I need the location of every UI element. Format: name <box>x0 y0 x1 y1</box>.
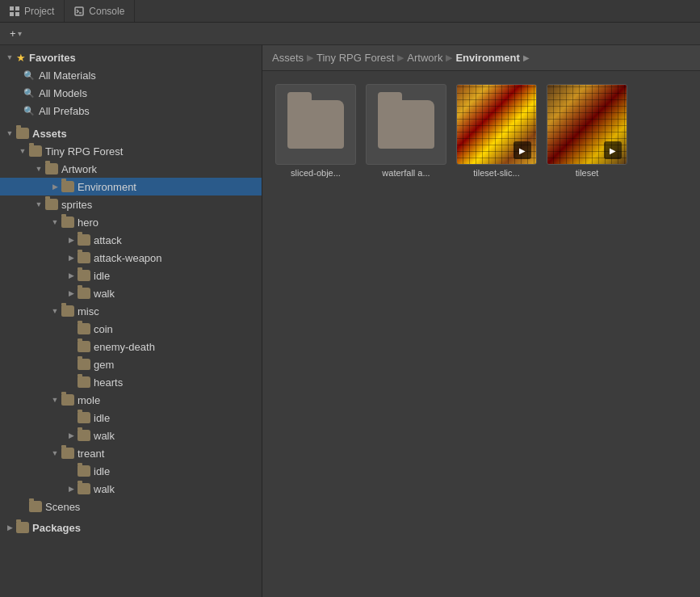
hero-idle-arrow <box>65 269 78 282</box>
scenes-folder-icon <box>29 501 42 512</box>
hero-arrow <box>48 216 61 229</box>
asset-item-sliced-obj[interactable]: sliced-obje... <box>275 84 356 178</box>
coin-label: coin <box>94 323 113 335</box>
breadcrumb-environment[interactable]: Environment <box>455 52 519 64</box>
misc-arrow <box>48 305 61 317</box>
sidebar-item-gem[interactable]: gem <box>0 355 262 373</box>
attack-weapon-folder-icon <box>78 252 90 263</box>
environment-folder-icon <box>61 181 74 192</box>
hero-walk-folder-icon <box>78 288 90 299</box>
tab-console[interactable]: Console <box>65 0 135 22</box>
sidebar-item-coin[interactable]: coin <box>0 320 262 338</box>
add-button[interactable]: + ▾ <box>6 26 25 41</box>
assets-folder-icon <box>16 128 29 139</box>
favorites-label: Favorites <box>29 52 76 64</box>
all-materials-label: All Materials <box>39 69 96 82</box>
attack-label: attack <box>94 234 122 246</box>
sidebar-item-all-materials[interactable]: 🔍 All Materials <box>0 66 262 84</box>
tab-project[interactable]: Project <box>0 0 65 22</box>
mole-walk-label: walk <box>94 430 115 442</box>
sidebar-item-hero-idle[interactable]: idle <box>0 267 262 284</box>
mole-idle-folder-icon <box>78 412 90 423</box>
mole-walk-folder-icon <box>78 430 90 441</box>
asset-thumb-sliced-obj <box>275 84 356 165</box>
sidebar-item-all-prefabs[interactable]: 🔍 All Prefabs <box>0 102 262 120</box>
asset-thumb-waterfall <box>366 84 446 165</box>
sidebar-item-artwork[interactable]: Artwork <box>0 160 262 178</box>
asset-item-waterfall[interactable]: waterfall a... <box>366 84 446 178</box>
favorites-arrow <box>3 51 16 64</box>
sprites-label: sprites <box>61 199 92 211</box>
sidebar-item-attack-weapon[interactable]: attack-weapon <box>0 249 262 267</box>
hero-label: hero <box>78 217 99 229</box>
asset-item-tileset[interactable]: ▶ tileset <box>547 84 627 178</box>
environment-arrow <box>48 180 61 193</box>
sidebar-item-environment[interactable]: Environment <box>0 178 262 195</box>
sprites-arrow <box>32 198 45 211</box>
sidebar-item-packages[interactable]: Packages <box>0 519 262 536</box>
packages-folder-icon <box>16 522 29 533</box>
enemy-death-folder-icon <box>78 341 90 352</box>
sidebar-item-enemy-death[interactable]: enemy-death <box>0 338 262 355</box>
play-button-tileset-slic[interactable]: ▶ <box>513 141 531 159</box>
tab-bar: Project Console <box>0 0 700 23</box>
sidebar-item-all-models[interactable]: 🔍 All Models <box>0 84 262 102</box>
asset-item-tileset-slic[interactable]: ▶ tileset-slic... <box>456 84 537 178</box>
sidebar-item-treant[interactable]: treant <box>0 444 262 462</box>
artwork-arrow <box>32 162 45 175</box>
search-icon-materials: 🔍 <box>23 70 36 81</box>
search-icon-prefabs: 🔍 <box>23 106 36 116</box>
gem-folder-icon <box>78 359 90 370</box>
mole-walk-arrow <box>65 429 78 442</box>
sidebar-item-tiny-rpg-forest[interactable]: Tiny RPG Forest <box>0 142 262 160</box>
attack-weapon-arrow <box>65 251 78 264</box>
all-models-label: All Models <box>39 87 87 99</box>
breadcrumb-trailing-chevron: ▶ <box>523 53 530 62</box>
assets-label: Assets <box>32 128 67 140</box>
sidebar-item-sprites[interactable]: sprites <box>0 195 262 213</box>
sidebar-item-attack[interactable]: attack <box>0 231 262 249</box>
folder-thumb-waterfall <box>378 100 434 149</box>
hearts-label: hearts <box>94 376 123 389</box>
sidebar-item-assets[interactable]: Assets <box>0 124 262 142</box>
breadcrumb-artwork[interactable]: Artwork <box>407 52 442 64</box>
sidebar-item-hearts[interactable]: hearts <box>0 373 262 391</box>
packages-label: Packages <box>32 522 81 534</box>
sidebar-item-mole-walk[interactable]: walk <box>0 427 262 444</box>
svg-rect-3 <box>15 12 19 16</box>
sidebar-item-hero[interactable]: hero <box>0 213 262 231</box>
tiny-rpg-folder-icon <box>29 145 42 157</box>
artwork-folder-icon <box>45 163 58 174</box>
dropdown-arrow-icon: ▾ <box>18 29 22 38</box>
asset-label-sliced-obj: sliced-obje... <box>291 168 341 178</box>
sidebar-item-mole[interactable]: mole <box>0 391 262 409</box>
tiny-rpg-label: Tiny RPG Forest <box>45 145 123 158</box>
svg-rect-2 <box>10 12 14 16</box>
treant-folder-icon <box>61 448 74 459</box>
mole-arrow <box>48 393 61 406</box>
breadcrumb-tiny-rpg[interactable]: Tiny RPG Forest <box>316 52 394 64</box>
treant-walk-arrow <box>65 482 78 495</box>
add-icon: + <box>10 27 16 40</box>
tree-section: ★ Favorites 🔍 All Materials 🔍 All Models… <box>0 45 262 519</box>
asset-label-tileset: tileset <box>576 168 599 178</box>
grid-icon <box>10 6 19 16</box>
sidebar-item-scenes[interactable]: Scenes <box>0 498 262 515</box>
asset-thumb-tileset-slic: ▶ <box>456 84 537 165</box>
breadcrumb-assets[interactable]: Assets <box>272 52 304 64</box>
assets-arrow <box>3 127 16 140</box>
sidebar-item-hero-walk[interactable]: walk <box>0 284 262 302</box>
sidebar-item-mole-idle[interactable]: idle <box>0 409 262 427</box>
sidebar-item-treant-walk[interactable]: walk <box>0 480 262 498</box>
environment-label: Environment <box>78 181 136 193</box>
attack-weapon-label: attack-weapon <box>94 252 162 264</box>
sidebar-item-misc[interactable]: misc <box>0 302 262 320</box>
packages-arrow <box>3 521 16 534</box>
enemy-death-label: enemy-death <box>94 341 155 353</box>
sidebar-item-treant-idle[interactable]: idle <box>0 462 262 480</box>
sprites-folder-icon <box>45 199 58 210</box>
favorites-header[interactable]: ★ Favorites <box>0 48 262 66</box>
asset-grid: sliced-obje... waterfall a... ▶ tileset-… <box>262 71 700 597</box>
play-button-tileset[interactable]: ▶ <box>604 141 622 159</box>
gem-label: gem <box>94 359 114 371</box>
